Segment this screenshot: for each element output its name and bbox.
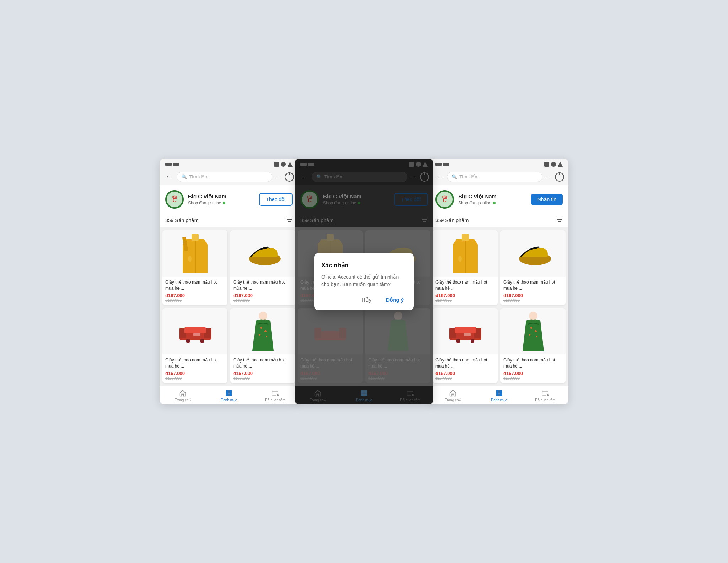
nav-home-right[interactable]: Trang chủ [430, 389, 476, 402]
price-original-3-right: đ167.000 [435, 376, 495, 380]
sofa-svg-left [176, 317, 215, 345]
status-circle-icon-right [551, 162, 556, 167]
svg-rect-74 [464, 333, 471, 336]
svg-rect-19 [193, 333, 200, 336]
sofa-svg-right [446, 317, 485, 345]
dialog-cancel-button[interactable]: Hủy [359, 295, 374, 305]
shoes-svg-left [243, 239, 283, 268]
signal-bar-right-2 [443, 163, 449, 166]
follow-button-left[interactable]: Theo dõi [259, 193, 293, 206]
svg-point-21 [260, 327, 262, 329]
message-button-right[interactable]: Nhắn tin [531, 194, 563, 205]
price-current-2-right: đ167.000 [503, 293, 563, 298]
svg-rect-17 [186, 339, 190, 343]
nav-category-left[interactable]: Danh mục [206, 389, 252, 402]
dots-button-right[interactable]: ··· [545, 174, 552, 180]
nav-home-left[interactable]: Trang chủ [160, 389, 206, 402]
product-info-3-right: Giày thể thao nam mẫu hot mùa hè ... đ16… [433, 354, 498, 383]
status-bar-right [430, 159, 568, 169]
status-signal-right [435, 163, 449, 166]
product-image-dress-left [230, 308, 295, 354]
search-box-left[interactable]: 🔍 Tìm kiếm [177, 172, 272, 182]
nav-category-right[interactable]: Danh mục [476, 389, 522, 402]
products-count-right: 359 Sản phẩm [430, 214, 568, 227]
filter-icon-left[interactable] [286, 217, 293, 224]
price-current-3-left: đ167.000 [165, 371, 225, 376]
search-icon-left: 🔍 [181, 174, 187, 179]
status-bar-left [160, 159, 298, 169]
bottom-nav-right: Trang chủ Danh mục Đã quan tâm [430, 386, 568, 404]
status-sq-icon-right [544, 162, 549, 167]
price-current-2-left: đ167.000 [233, 293, 293, 298]
svg-rect-80 [496, 390, 499, 392]
dialog-box: Xác nhận Official Account có thể gửi tin… [314, 253, 414, 310]
product-image-dress-right [500, 308, 566, 354]
status-tri-icon [288, 162, 293, 167]
svg-point-87 [547, 394, 549, 396]
status-icons-right [544, 162, 563, 167]
dots-button-left[interactable]: ··· [275, 174, 282, 180]
bottom-nav-left: Trang chủ Danh mục Đã quan tâm [160, 386, 298, 404]
svg-point-24 [266, 336, 267, 337]
svg-point-22 [264, 330, 267, 332]
nav-category-label-right: Danh mục [491, 398, 507, 402]
back-button-left[interactable]: ← [164, 172, 174, 182]
search-box-right[interactable]: 🔍 Tìm kiếm [447, 172, 542, 182]
product-image-jacket-left [162, 230, 228, 277]
dress-svg-right [521, 312, 546, 351]
shop-name-left: Big C Việt Nam [188, 193, 255, 200]
filter-svg-right [556, 217, 563, 222]
product-title-3-left: Giày thể thao nam mẫu hot mùa hè ... [165, 357, 225, 369]
product-image-sofa-left [162, 308, 228, 354]
nav-watched-right[interactable]: Đã quan tâm [522, 389, 568, 402]
svg-text:C: C [172, 197, 177, 203]
shop-info-left: Big C Việt Nam Shop đang online [188, 193, 255, 205]
product-title-2-right: Giày thể thao nam mẫu hot mùa hè ... [503, 279, 563, 291]
dialog-confirm-button[interactable]: Đồng ý [383, 295, 407, 305]
svg-rect-25 [226, 390, 229, 392]
logo-svg-right: Big C [435, 190, 454, 209]
svg-point-77 [535, 330, 537, 332]
price-current-1-left: đ167.000 [165, 293, 225, 298]
svg-point-10 [188, 256, 192, 262]
watched-icon-left [271, 389, 279, 397]
product-card-4-left[interactable]: Giày thể thao nam mẫu hot mùa hè ... đ16… [230, 308, 295, 383]
nav-category-label-left: Danh mục [221, 398, 237, 402]
svg-point-32 [277, 394, 279, 396]
shop-logo-left: Big C [165, 190, 184, 209]
product-card-3-left[interactable]: Giày thể thao nam mẫu hot mùa hè ... đ16… [162, 308, 228, 383]
screens-container: ← 🔍 Tìm kiếm ··· Big C Big C Việt [160, 159, 568, 404]
power-button-right[interactable] [555, 172, 564, 182]
product-info-3-left: Giày thể thao nam mẫu hot mùa hè ... đ16… [162, 354, 228, 383]
product-card-4-right[interactable]: Giày thể thao nam mẫu hot mùa hè ... đ16… [500, 308, 566, 383]
product-card-3-right[interactable]: Giày thể thao nam mẫu hot mùa hè ... đ16… [433, 308, 498, 383]
shoes-svg-right [514, 239, 553, 268]
product-card-2-right[interactable]: Giày thể thao nam mẫu hot mùa hè ... đ16… [500, 230, 566, 305]
svg-rect-28 [229, 393, 232, 396]
shop-status-left: Shop đang online [188, 200, 255, 205]
price-original-4-right: đ167.000 [503, 376, 563, 380]
power-button-left[interactable] [285, 172, 294, 182]
svg-rect-71 [455, 327, 476, 333]
online-dot-left [223, 202, 225, 204]
online-dot-right [493, 202, 496, 204]
product-card-1-right[interactable]: Giày thể thao nam mẫu hot mùa hè ... đ16… [433, 230, 498, 305]
product-card-2-left[interactable]: Giày thể thao nam mẫu hot mùa hè ... đ16… [230, 230, 295, 305]
filter-icon-right[interactable] [556, 217, 563, 224]
price-original-1-right: đ167.000 [435, 298, 495, 302]
jacket-svg-left [181, 234, 209, 273]
product-card-1-left[interactable]: Giày thể thao nam mẫu hot mùa hè ... đ16… [162, 230, 228, 305]
phone-right: ← 🔍 Tìm kiếm ··· Big C Big C Việt [430, 159, 568, 404]
dialog-message: Official Account có thể gửi tin nhắn cho… [321, 273, 407, 288]
product-info-2-right: Giày thể thao nam mẫu hot mùa hè ... đ16… [500, 277, 566, 305]
price-original-2-right: đ167.000 [503, 298, 563, 302]
nav-watched-left[interactable]: Đã quan tâm [252, 389, 298, 402]
svg-point-78 [529, 334, 530, 336]
category-icon-right [495, 389, 503, 397]
search-placeholder-left: Tìm kiếm [189, 174, 208, 179]
back-button-right[interactable]: ← [434, 172, 444, 182]
nav-actions-left: ··· [275, 172, 294, 182]
search-placeholder-right: Tìm kiếm [459, 174, 478, 179]
product-info-2-left: Giày thể thao nam mẫu hot mùa hè ... đ16… [230, 277, 295, 305]
status-sq-icon [274, 162, 279, 167]
